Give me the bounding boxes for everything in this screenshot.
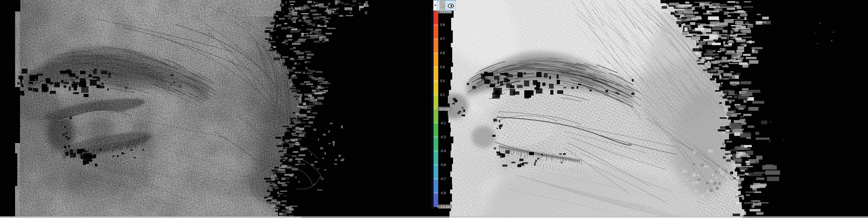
svg-text:0.7: 0.7 <box>440 37 445 41</box>
svg-text:0.4: 0.4 <box>440 65 445 69</box>
svg-text:-1.0 mm: -1.0 mm <box>440 205 451 209</box>
svg-text:-0.3: -0.3 <box>440 135 446 139</box>
svg-text:-0.1: -0.1 <box>440 121 446 125</box>
svg-text:0.0 mm: 0.0 mm <box>440 108 450 111</box>
svg-text:0.9: 0.9 <box>440 23 445 27</box>
svg-text:-0.4: -0.4 <box>440 149 446 153</box>
svg-text:0.1: 0.1 <box>440 93 445 97</box>
svg-text:0.6: 0.6 <box>440 51 445 55</box>
svg-text:-0.7: -0.7 <box>440 177 446 181</box>
svg-text:-0.6: -0.6 <box>440 163 446 167</box>
svg-text:-0.9: -0.9 <box>440 191 446 195</box>
svg-text:0.3: 0.3 <box>440 79 445 83</box>
